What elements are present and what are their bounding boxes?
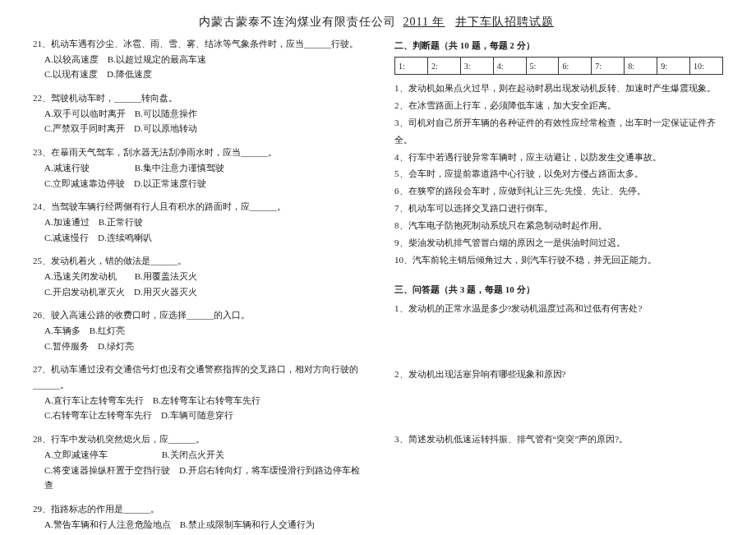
title-exam: 井下车队招聘试题 bbox=[452, 16, 557, 28]
section-3-heading: 三、问答题（共 3 题，每题 10 分） bbox=[394, 284, 723, 296]
question-24: 24、当驾驶车辆行经两侧有行人且有积水的路面时，应______。 A.加速通过 … bbox=[33, 199, 362, 245]
essay-q1: 1、发动机的正常水温是多少?发动机温度过高和过低有何害处? bbox=[394, 301, 723, 317]
q24-options: A.加速通过 B.正常行驶 C.减速慢行 D.连续鸣喇叭 bbox=[33, 214, 362, 245]
essay-q2: 2、发动机出现活塞异响有哪些现象和原因? bbox=[394, 367, 723, 383]
tf-item-5: 5、会车时，应提前靠道路中心行驶，以免对方侵占路面太多。 bbox=[394, 165, 723, 182]
tf-item-10: 10、汽车前轮主销后倾角过大，则汽车行驶不稳，并无回正能力。 bbox=[394, 251, 723, 269]
question-29: 29、指路标志的作用是______。 A.警告车辆和行人注意危险地点 B.禁止或… bbox=[33, 501, 362, 535]
tf-cell-4[interactable]: 4: bbox=[493, 58, 526, 75]
q27-options: A.直行车让左转弯车先行 B.左转弯车让右转弯车先行 C.右转弯车让左转弯车先行… bbox=[33, 393, 362, 423]
tf-item-6: 6、在狭窄的路段会车时，应做到礼让三先:先慢、先让、先停。 bbox=[394, 182, 723, 200]
tf-cell-2[interactable]: 2: bbox=[427, 58, 460, 75]
tf-cell-6[interactable]: 6: bbox=[559, 58, 592, 75]
tf-cell-1[interactable]: 1: bbox=[395, 58, 428, 75]
question-21: 21、机动车遇有沙尘、冰雹、雨、雪、雾、结冰等气象条件时，应当______行驶。… bbox=[33, 36, 362, 82]
q29-options: A.警告车辆和行人注意危险地点 B.禁止或限制车辆和行人交通行为 C.指示车辆和… bbox=[33, 517, 362, 535]
q29-stem: 29、指路标志的作用是______。 bbox=[33, 501, 362, 517]
q23-options: A.减速行驶 B.集中注意力谨慎驾驶 C.立即减速靠边停驶 D.以正常速度行驶 bbox=[33, 160, 362, 191]
question-22: 22、驾驶机动车时，______转向盘。 A.双手可以临时离开 B.可以随意操作… bbox=[33, 90, 362, 136]
q23-stem: 23、在暴雨天气驾车，刮水器无法刮净雨水时，应当______。 bbox=[33, 145, 362, 160]
content-columns: 21、机动车遇有沙尘、冰雹、雨、雪、雾、结冰等气象条件时，应当______行驶。… bbox=[33, 36, 723, 535]
question-27: 27、机动车通过没有交通信号灯也没有交通警察指挥的交叉路口，相对方向行驶的___… bbox=[33, 362, 362, 423]
question-26: 26、驶入高速公路的收费口时，应选择______的入口。 A.车辆多 B.红灯亮… bbox=[33, 307, 362, 353]
q26-options: A.车辆多 B.红灯亮 C.暂停服务 D.绿灯亮 bbox=[33, 323, 362, 353]
q22-stem: 22、驾驶机动车时，______转向盘。 bbox=[33, 90, 362, 106]
q22-options: A.双手可以临时离开 B.可以随意操作 C.严禁双手同时离开 D.可以原地转动 bbox=[33, 106, 362, 136]
tf-item-2: 2、在冰雪路面上行车，必须降低车速，加大安全距离。 bbox=[394, 97, 723, 114]
tf-cell-7[interactable]: 7: bbox=[592, 58, 625, 75]
tf-item-1: 1、发动机如果点火过早，则在起动时易出现发动机反转、加速时产生爆震现象。 bbox=[394, 80, 723, 97]
tf-cell-9[interactable]: 9: bbox=[657, 58, 690, 75]
left-column: 21、机动车遇有沙尘、冰雹、雨、雪、雾、结冰等气象条件时，应当______行驶。… bbox=[33, 36, 362, 535]
q28-options: A.立即减速停车 B.关闭点火开关 C.将变速器操纵杆置于空挡行驶 D.开启右转… bbox=[33, 447, 362, 493]
tf-cell-10[interactable]: 10: bbox=[690, 58, 723, 75]
question-23: 23、在暴雨天气驾车，刮水器无法刮净雨水时，应当______。 A.减速行驶 B… bbox=[33, 145, 362, 191]
question-28: 28、行车中发动机突然熄火后，应______。 A.立即减速停车 B.关闭点火开… bbox=[33, 431, 362, 493]
q26-stem: 26、驶入高速公路的收费口时，应选择______的入口。 bbox=[33, 307, 362, 323]
table-row: 1: 2: 3: 4: 5: 6: 7: 8: 9: 10: bbox=[395, 58, 723, 75]
tf-item-7: 7、机动车可以选择交叉路口进行倒车。 bbox=[394, 200, 723, 217]
tf-cell-8[interactable]: 8: bbox=[625, 58, 657, 75]
right-column: 二、判断题（共 10 题，每题 2 分） 1: 2: 3: 4: 5: 6: 7… bbox=[394, 36, 723, 535]
page-title: 内蒙古蒙泰不连沟煤业有限责任公司 2011 年 井下车队招聘试题 bbox=[33, 15, 723, 30]
q25-options: A.迅速关闭发动机 B.用覆盖法灭火 C.开启发动机罩灭火 D.用灭火器灭火 bbox=[33, 269, 362, 299]
q25-stem: 25、发动机着火，错的做法是______。 bbox=[33, 253, 362, 269]
tf-cell-3[interactable]: 3: bbox=[460, 58, 493, 75]
tf-item-9: 9、柴油发动机排气管冒白烟的原因之一是供油时间过迟。 bbox=[394, 234, 723, 251]
q28-stem: 28、行车中发动机突然熄火后，应______。 bbox=[33, 431, 362, 447]
q24-stem: 24、当驾驶车辆行经两侧有行人且有积水的路面时，应______。 bbox=[33, 199, 362, 214]
title-year: 2011 年 bbox=[400, 16, 449, 28]
q27-stem: 27、机动车通过没有交通信号灯也没有交通警察指挥的交叉路口，相对方向行驶的___… bbox=[33, 362, 362, 392]
tf-item-8: 8、汽车电子防抱死制动系统只在紧急制动时起作用。 bbox=[394, 217, 723, 234]
true-false-answer-table: 1: 2: 3: 4: 5: 6: 7: 8: 9: 10: bbox=[394, 57, 723, 75]
tf-item-3: 3、司机对自己所开车辆的各种证件的有效性应经常检查，出车时一定保证证件齐全。 bbox=[394, 114, 723, 149]
essay-q3: 3、简述发动机低速运转抖振、排气管有“突突”声的原因?。 bbox=[394, 431, 723, 448]
section-2-heading: 二、判断题（共 10 题，每题 2 分） bbox=[394, 39, 723, 52]
true-false-questions: 1、发动机如果点火过早，则在起动时易出现发动机反转、加速时产生爆震现象。 2、在… bbox=[394, 80, 723, 269]
q21-options: A.以较高速度 B.以超过规定的最高车速 C.以现有速度 D.降低速度 bbox=[33, 52, 362, 82]
title-company: 内蒙古蒙泰不连沟煤业有限责任公司 bbox=[199, 16, 396, 28]
tf-cell-5[interactable]: 5: bbox=[526, 58, 559, 75]
q21-stem: 21、机动车遇有沙尘、冰雹、雨、雪、雾、结冰等气象条件时，应当______行驶。 bbox=[33, 36, 362, 52]
tf-item-4: 4、行车中若遇行驶异常车辆时，应主动避让，以防发生交通事故。 bbox=[394, 149, 723, 166]
essay-questions: 1、发动机的正常水温是多少?发动机温度过高和过低有何害处? 2、发动机出现活塞异… bbox=[394, 301, 723, 448]
question-25: 25、发动机着火，错的做法是______。 A.迅速关闭发动机 B.用覆盖法灭火… bbox=[33, 253, 362, 299]
